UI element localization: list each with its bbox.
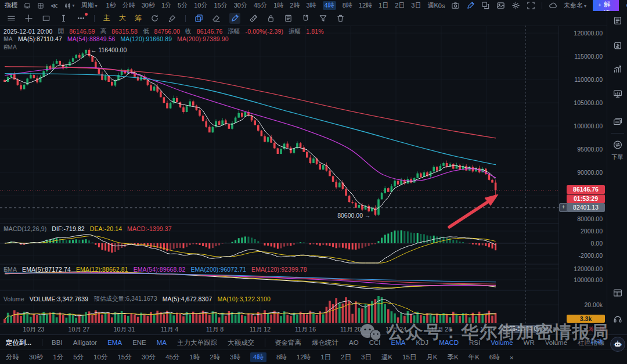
ruler-icon[interactable] [249, 14, 258, 23]
interval-tab[interactable]: 週K [381, 353, 392, 362]
indicator-tab[interactable]: EMA [107, 339, 122, 346]
settings-icon[interactable] [511, 1, 520, 10]
copy-icon[interactable] [194, 14, 203, 23]
interval-tab[interactable]: 月K [426, 353, 437, 362]
drawer-icon[interactable] [24, 2, 31, 9]
period-dropdown[interactable]: 周期▾ [81, 1, 98, 10]
interval-tab[interactable]: 12時 [297, 353, 311, 362]
timeframe-button[interactable]: 30分 [234, 1, 247, 10]
interval-tab[interactable]: 30分 [142, 353, 156, 362]
timeframe-button[interactable]: 10分 [194, 1, 207, 10]
indicator-button[interactable]: 指標 [5, 1, 17, 10]
chart-area[interactable]: ← 116400.0080600.00 → 2025-12-01 20:00開8… [0, 26, 558, 334]
camera-icon[interactable] [451, 1, 460, 10]
compare-icon[interactable] [37, 2, 44, 9]
indicator-tab[interactable]: Volume [545, 339, 567, 346]
main-chart-button[interactable]: 主 [103, 13, 110, 23]
timeframe-button[interactable]: 2日 [395, 1, 405, 10]
chip-distribution-button[interactable]: 筹 [135, 13, 142, 23]
interval-tab[interactable]: 5分 [73, 353, 84, 362]
timeframe-button[interactable]: 1時 [273, 1, 283, 10]
timeframe-button[interactable]: 15分 [214, 1, 227, 10]
indicator-tab[interactable]: 大额成交 [228, 338, 254, 347]
interval-tab[interactable]: 45分 [165, 353, 179, 362]
eraser-icon[interactable] [212, 14, 221, 23]
indicator-tab[interactable]: Volume [491, 339, 513, 346]
indicator-tab[interactable]: MA [157, 339, 167, 346]
interval-tab[interactable]: 3日 [361, 353, 372, 362]
interval-tab[interactable]: 分時 [6, 353, 19, 362]
timeframe-button[interactable]: 30秒 [142, 1, 155, 10]
interval-tab[interactable]: 1日 [320, 353, 331, 362]
reset-counter[interactable]: 0s [438, 2, 445, 9]
order-price-label[interactable]: 82401.13 [567, 203, 605, 212]
interval-tab[interactable]: 2日 [341, 353, 351, 362]
brush-icon[interactable] [168, 14, 176, 23]
interval-tab[interactable]: 6時 [489, 353, 500, 362]
time-axis[interactable]: 10月 2310月 2710月 3111月 411月 811月 1211月 16… [0, 324, 607, 334]
candlestick-chart[interactable]: ← 116400.0080600.00 → [0, 26, 558, 334]
indicator-tab[interactable]: 定位到... [6, 338, 31, 347]
headset-icon[interactable] [612, 314, 622, 324]
indicator-tab[interactable]: ENE [132, 339, 146, 346]
indicator-tab[interactable]: WR [524, 339, 535, 346]
lock-icon[interactable] [266, 14, 275, 23]
interval-tab[interactable]: 15分 [117, 353, 131, 362]
pencil-tool-icon[interactable] [229, 13, 240, 24]
indicator-tab[interactable]: 爆仓统计 [312, 338, 338, 347]
timeframe-button[interactable]: 1日 [379, 1, 388, 10]
timeframe-button[interactable]: 4時 [323, 1, 336, 10]
indicator-tab[interactable]: Alligator [73, 339, 98, 346]
trend-icon[interactable] [612, 64, 622, 74]
indicator-tab[interactable]: 资金背离 [265, 338, 301, 347]
timeframe-button[interactable]: 3時 [306, 1, 316, 10]
indicator-tab[interactable]: CCI [369, 339, 381, 346]
news-icon[interactable] [612, 16, 622, 26]
timeframe-button[interactable]: 2時 [290, 1, 300, 10]
filter-icon[interactable] [319, 14, 327, 23]
market-monitor-icon[interactable] [612, 89, 622, 99]
interval-tab[interactable]: 2時 [210, 353, 220, 362]
workspace-name[interactable]: 未命名▾ [564, 1, 586, 10]
interval-tab[interactable]: 15日 [402, 353, 416, 362]
indicator-tab[interactable]: 主力大单跟踪 [177, 338, 217, 347]
interval-tab[interactable]: 4時 [250, 352, 266, 362]
interval-tab[interactable]: × [510, 354, 514, 361]
interval-tab[interactable]: 30秒 [29, 353, 43, 362]
menu-icon[interactable] [7, 14, 16, 23]
assets-icon[interactable] [612, 41, 622, 51]
indicator-tab[interactable]: AO [349, 339, 359, 346]
timeframe-button[interactable]: 5分 [178, 1, 188, 10]
cross-cursor-icon[interactable] [24, 14, 33, 23]
timeframe-button[interactable]: 1秒 [106, 1, 116, 10]
auto-scale-toggle[interactable]: 自动 [590, 338, 603, 346]
interval-tab[interactable]: 1時 [189, 353, 200, 362]
magnet-icon[interactable] [301, 14, 310, 23]
timeframe-button[interactable]: 分時 [122, 1, 135, 10]
interval-tab[interactable]: 1分 [53, 353, 63, 362]
timeframe-button[interactable]: 45分 [254, 1, 267, 10]
timeframe-button[interactable]: 1分 [161, 1, 171, 10]
overlay-icon[interactable] [481, 1, 490, 10]
large-chart-button[interactable]: 大 [119, 13, 126, 23]
indicator-tab[interactable]: KDJ [416, 339, 428, 346]
timeframe-button[interactable]: 8時 [343, 1, 352, 10]
etf-icon[interactable] [612, 117, 622, 127]
replay-icon[interactable]: ≪ [51, 2, 58, 9]
fullscreen-icon[interactable] [527, 1, 535, 10]
cloud-icon[interactable] [549, 1, 557, 10]
trash-icon[interactable] [336, 14, 345, 23]
interval-tab[interactable]: 季K [447, 353, 458, 362]
refresh-draw-icon[interactable] [150, 14, 159, 23]
rect-tool-icon[interactable] [42, 14, 51, 23]
draw-icon[interactable] [466, 1, 475, 10]
interval-tab[interactable]: 8時 [276, 353, 287, 362]
note-icon[interactable] [284, 14, 293, 23]
timeframe-button[interactable]: 12時 [359, 1, 372, 10]
price-axis[interactable]: 120000.00115000.00110000.00105000.001000… [558, 26, 607, 334]
interval-tab[interactable]: 年K [469, 353, 480, 362]
text-cursor-icon[interactable] [59, 14, 68, 23]
timeframe-button[interactable]: 3日 [411, 1, 421, 10]
interval-tab[interactable]: 10分 [93, 353, 107, 362]
timeframe-button[interactable]: 週K [427, 1, 438, 10]
